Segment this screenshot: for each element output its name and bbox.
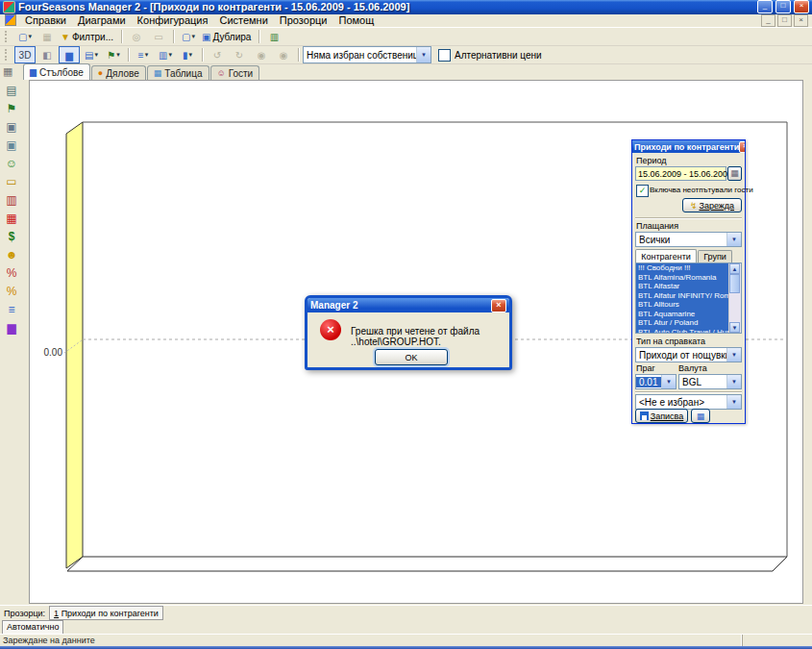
new-report-button[interactable]: ▢▾ (14, 28, 36, 45)
combo-arrow-icon[interactable]: ▼ (416, 47, 431, 62)
load-button[interactable]: ↯Зарежда (682, 198, 742, 212)
list-item[interactable]: BTL Atur / Poland (636, 318, 741, 328)
mdi-close-button[interactable]: × (794, 14, 808, 27)
load-button-label: Зарежда (699, 201, 734, 211)
discount-icon[interactable]: % (4, 266, 20, 281)
report-type-select[interactable]: Приходи от нощувки▼ (635, 347, 742, 362)
guests-icon[interactable]: ☺ (4, 157, 20, 171)
filter-icon: ▼ (61, 32, 70, 42)
list-item[interactable]: BTL Alltours (636, 300, 741, 310)
panel-close-button[interactable]: × (739, 141, 745, 153)
list-item[interactable]: BTL Alfatur INFINITY/ Romani (636, 291, 741, 301)
mdi-minimize-button[interactable]: _ (761, 14, 775, 27)
printer-icon: ▭ (154, 32, 162, 42)
menu-item-diagrams[interactable]: Диаграми (72, 14, 132, 26)
3d-toggle-button[interactable]: 3D (14, 46, 36, 63)
window-button-revenue[interactable]: 1 Приходи по контрагенти (49, 606, 163, 620)
combo-arrow-icon[interactable]: ▼ (726, 395, 741, 409)
grid-button[interactable]: ▦ (691, 409, 710, 423)
period-input[interactable]: 15.06.2009 - 15.06.2009 (635, 166, 726, 181)
mdi-child-icon[interactable] (5, 14, 16, 26)
currency-select[interactable]: BGL▼ (678, 374, 742, 389)
tab-guests[interactable]: ☺Гости (210, 65, 260, 80)
scroll-up-icon[interactable]: ▲ (729, 263, 740, 274)
calendar-button[interactable]: ▦ (727, 166, 742, 181)
list-item[interactable]: BTL Alfamina/Romania (636, 273, 741, 283)
menu-item-windows[interactable]: Прозорци (274, 14, 333, 26)
folder-icon[interactable]: ▭ (4, 175, 20, 189)
shape-button[interactable]: ◧ (37, 46, 58, 63)
document-flag-icon[interactable]: ▤ (4, 84, 20, 98)
save-report-button[interactable]: Записва (635, 409, 688, 423)
owner-chart-icon[interactable]: ▆ (4, 321, 20, 336)
bar-style-button[interactable]: ▆ (59, 46, 80, 63)
window-icon[interactable]: ▣ (4, 120, 20, 135)
tab-groups[interactable]: Групи (698, 250, 732, 262)
combo-arrow-icon[interactable]: ▼ (726, 348, 741, 362)
menu-item-configuration[interactable]: Конфигурация (132, 14, 214, 26)
currency-icon[interactable]: $ (4, 230, 20, 244)
tab-columns[interactable]: ▆Стълбове (23, 63, 90, 80)
zoom-out-button[interactable]: ◉ (251, 46, 272, 63)
ok-button[interactable]: OK (375, 349, 448, 365)
minimize-button[interactable]: _ (757, 0, 773, 13)
mdi-restore-button[interactable]: □ (777, 14, 792, 27)
cylinder-icon: ▮ (183, 50, 188, 61)
window-copy-icon[interactable]: ▣ (4, 138, 20, 153)
tab-table[interactable]: ▦Таблица (147, 65, 209, 80)
tab-shares[interactable]: ●Дялове (91, 65, 146, 80)
alt-prices-checkbox[interactable] (438, 49, 451, 62)
scroll-thumb[interactable] (729, 274, 740, 293)
template-value: <Не е избран> (636, 397, 726, 408)
rotate-left-button[interactable]: ↺ (207, 46, 228, 63)
combo-arrow-icon[interactable]: ▼ (661, 375, 676, 388)
person-list-icon[interactable]: ≡ (4, 303, 20, 317)
depth-button[interactable]: ▮▾ (177, 46, 198, 63)
toolbar-grip[interactable] (5, 49, 11, 61)
menu-item-help[interactable]: Помощ (332, 14, 380, 26)
flag-icon[interactable]: ⚑ (4, 102, 20, 116)
rooms-grid-icon[interactable]: ▦ (3, 65, 12, 78)
zoom-in-button[interactable]: ◉ (273, 46, 294, 63)
list-scrollbar[interactable]: ▲ ▼ (728, 263, 741, 333)
rooms-table-icon[interactable]: ▦ (4, 212, 20, 226)
list-item[interactable]: BTL Auto Club Travel / Hunga (636, 328, 741, 335)
combo-arrow-icon[interactable]: ▼ (726, 233, 741, 246)
list-item[interactable]: BTL Alfastar (636, 282, 741, 291)
vertical-grid-button[interactable]: ▥▾ (155, 46, 176, 63)
menu-item-reports[interactable]: Справки (19, 14, 72, 26)
close-button[interactable]: × (794, 0, 809, 13)
filters-button[interactable]: ▼Филтри... (59, 28, 117, 45)
duplicate-button[interactable]: ▣Дублира (200, 28, 255, 45)
menu-item-system[interactable]: Системни (213, 14, 273, 26)
template-select[interactable]: <Не е избран>▼ (635, 394, 742, 410)
payments-select[interactable]: Всички▼ (635, 232, 742, 247)
owner-select[interactable]: Няма избран собственици ▼ (303, 46, 431, 63)
window-number: 1 (54, 609, 59, 618)
rotate-right-button[interactable]: ↻ (229, 46, 250, 63)
horizontal-grid-button[interactable]: ≡▾ (133, 46, 154, 63)
commission-icon[interactable]: % (4, 285, 20, 299)
list-item[interactable]: !!! Свободни !!! (636, 263, 741, 273)
tab-contragents[interactable]: Контрагенти (635, 249, 697, 262)
print-button[interactable]: ▭ (148, 28, 169, 45)
print-preview-button[interactable]: ◎ (126, 28, 147, 45)
status-text: Зареждане на данните (0, 635, 743, 646)
include-guests-checkbox[interactable]: ✓ (636, 185, 649, 197)
chart-button[interactable]: ▥ (263, 28, 284, 45)
list-item[interactable]: BTL Aquamarine (636, 310, 741, 319)
price-book-icon[interactable]: ▥ (4, 193, 20, 208)
combo-arrow-icon[interactable]: ▼ (726, 375, 741, 388)
marks-button[interactable]: ⚑▾ (103, 46, 124, 63)
toolbar-grip[interactable] (5, 31, 11, 42)
copy-button[interactable]: ▢▾ (178, 28, 199, 45)
dialog-close-button[interactable]: × (491, 299, 506, 312)
tab-label: Гости (229, 68, 253, 79)
restore-button[interactable]: □ (775, 0, 791, 13)
threshold-input[interactable]: 0.01▼ (635, 374, 677, 389)
debtors-icon[interactable]: ☻ (4, 248, 20, 262)
save-button[interactable]: ▦ (37, 28, 58, 45)
automatic-button[interactable]: Автоматично (2, 620, 63, 635)
scroll-down-icon[interactable]: ▼ (729, 322, 740, 333)
legend-button[interactable]: ▤▾ (81, 46, 102, 63)
